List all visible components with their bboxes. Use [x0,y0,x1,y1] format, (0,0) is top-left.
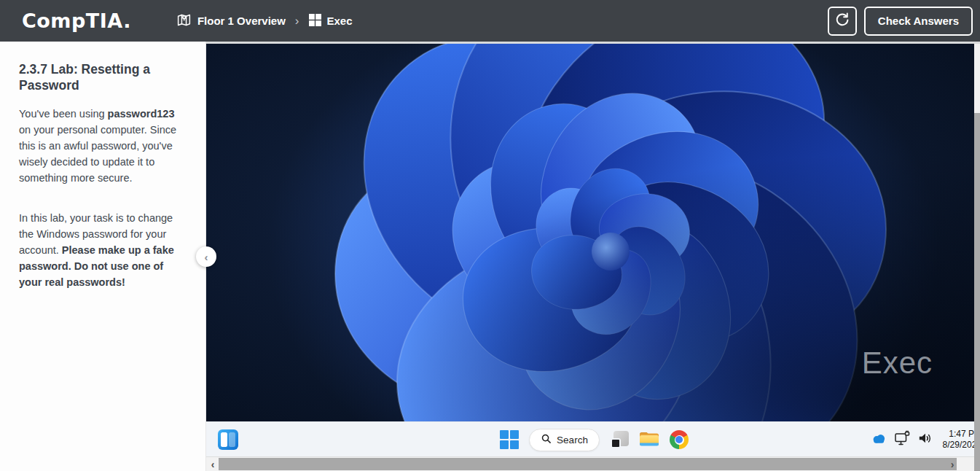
chevron-left-icon: ‹ [205,252,208,262]
comptia-logo: CompTIA. [22,9,131,32]
windows-desktop-screen[interactable]: Exec [206,44,974,421]
system-tray: 1:47 PM 8/29/2025 [871,422,974,456]
onedrive-cloud-icon[interactable] [871,432,887,448]
search-label: Search [557,435,588,445]
scroll-right-arrow[interactable]: › [946,457,958,471]
widgets-icon [221,432,227,447]
chrome-icon [675,436,683,443]
task-view-icon [611,438,621,448]
sidebar-collapse-button[interactable]: ‹ [196,246,216,267]
network-icon[interactable] [893,430,911,449]
chrome-button[interactable] [670,430,689,449]
windows-bloom-wallpaper [206,44,974,421]
windows-start-icon [510,440,519,449]
horizontal-scrollbar-thumb[interactable] [219,458,957,470]
machine-name-watermark: Exec [862,346,933,381]
widgets-icon [229,432,235,447]
breadcrumb-label: Exec [327,15,353,27]
search-icon [541,433,552,447]
breadcrumb: Floor 1 Overview › Exec [176,12,353,30]
lab-instructions-panel: 2.3.7 Lab: Resetting a Password You've b… [0,42,206,471]
lab-paragraph-1: You've been using password123 on your pe… [19,106,188,186]
header-actions: Check Answers [828,7,973,36]
widgets-button[interactable] [218,429,238,450]
vm-stage: Exec Search [206,44,974,471]
file-explorer-button[interactable] [639,429,659,450]
breadcrumb-label: Floor 1 Overview [197,15,286,27]
scroll-left-arrow[interactable]: ‹ [206,457,219,471]
horizontal-scrollbar[interactable]: ‹ › [206,456,974,471]
top-header-bar: CompTIA. Floor 1 Overview › [0,0,980,42]
start-button[interactable] [500,430,519,449]
check-answers-label: Check Answers [878,15,959,27]
refresh-button[interactable] [828,7,857,36]
windows-taskbar: Search [206,421,974,456]
breadcrumb-separator-icon: › [294,14,301,28]
lab-paragraph-2: In this lab, your task is to change the … [19,210,188,290]
breadcrumb-exec[interactable]: Exec [309,14,353,28]
vertical-scrollbar-thumb[interactable] [974,113,980,471]
lab-environment: CompTIA. Floor 1 Overview › [0,0,980,471]
taskbar-search[interactable]: Search [529,429,600,451]
check-answers-button[interactable]: Check Answers [864,7,973,36]
file-explorer-icon [639,429,659,447]
taskbar-clock[interactable]: 1:47 PM 8/29/2025 [943,429,974,451]
windows-start-icon [500,430,509,439]
windows-icon [309,14,321,28]
map-icon [176,12,192,30]
vertical-scrollbar[interactable] [974,44,980,471]
windows-start-icon [500,440,509,449]
taskbar-center-icons: Search [500,422,689,456]
tray-time: 1:47 PM [949,429,974,440]
refresh-icon [834,12,850,31]
breadcrumb-floor-overview[interactable]: Floor 1 Overview [176,12,286,30]
header-divider [206,42,980,44]
task-view-button[interactable] [610,430,629,449]
windows-start-icon [510,430,519,439]
lab-title: 2.3.7 Lab: Resetting a Password [19,62,188,94]
tray-date: 8/29/2025 [943,440,974,451]
volume-icon[interactable] [917,431,933,448]
